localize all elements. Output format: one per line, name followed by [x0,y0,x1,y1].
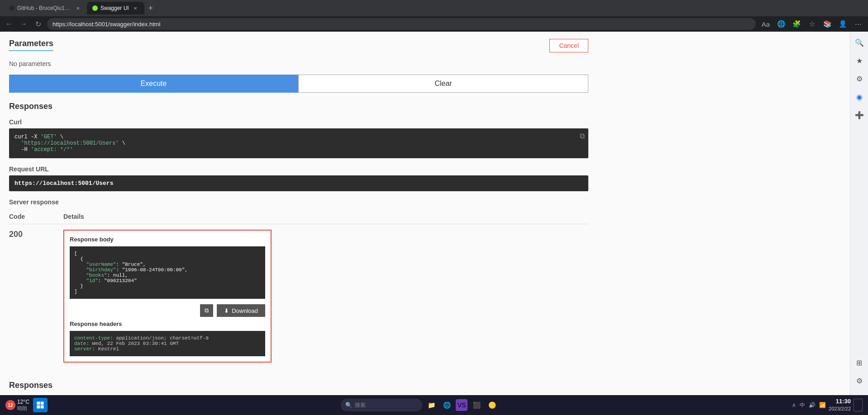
curl-label: Curl [9,118,588,126]
request-url-value: https://localhost:5001/Users [9,175,588,191]
curl-code-block: curl -X 'GET' \ 'https://localhost:5001/… [9,128,588,158]
responses-section-header: Responses [9,102,588,111]
browser-chrome: GitHub - BruceQiu1996/EFCore... ✕ Swagge… [0,0,868,32]
clock-time: 11:30 [829,398,851,406]
taskbar-files[interactable]: 📁 [425,399,438,411]
main-layout: Parameters Cancel No parameters Execute … [0,32,868,395]
execute-clear-row: Execute Clear [9,75,588,93]
sidebar-add-btn[interactable]: ➕ [852,108,867,122]
response-code-200: 200 [9,230,63,239]
system-tray: ∧ 中 🔊 📶 [792,401,826,409]
clock-date: 2023/2/22 [829,406,851,412]
taskbar-right: ∧ 中 🔊 📶 11:30 2023/2/22 [792,398,863,412]
clear-button[interactable]: Clear [298,75,588,93]
server-response-label: Server response [9,198,588,206]
taskbar-search[interactable]: 🔍 搜索 [341,399,422,411]
temp-value: 12°C [17,399,29,405]
address-input[interactable] [47,18,756,30]
execute-button[interactable]: Execute [9,75,298,93]
svg-rect-0 [37,402,40,405]
request-url-label: Request URL [9,165,588,173]
tab-github-label: GitHub - BruceQiu1996/EFCore... [17,5,72,11]
tab-swagger-label: Swagger UI [100,5,129,11]
address-bar-row: ← → ↻ Aa 🌐 🧩 ☆ 📚 👤 ⋯ [0,16,868,32]
bottom-responses-header: Responses [9,381,588,390]
tray-icon-2: 中 [800,401,805,409]
details-column-header: Details [63,213,588,220]
curl-copy-icon[interactable]: ⧉ [580,132,585,141]
reload-button[interactable]: ↻ [33,19,43,29]
tab-github-close[interactable]: ✕ [74,5,81,12]
system-clock[interactable]: 11:30 2023/2/22 [829,398,851,412]
response-copy-button[interactable]: ⧉ [200,304,213,317]
tab-swagger-close[interactable]: ✕ [132,5,139,12]
temp-label: 晴朗 [17,405,29,412]
tray-icon-3: 🔊 [809,402,816,408]
tab-github[interactable]: GitHub - BruceQiu1996/EFCore... ✕ [4,2,87,14]
sidebar-grid-btn[interactable]: ⊞ [852,355,867,370]
sidebar-settings-btn[interactable]: ⚙ [852,71,867,86]
response-body-code: [ { "userName": "Bruce", "birthday": "19… [70,246,265,299]
taskbar-vscode[interactable]: VS [456,399,467,411]
translate-btn[interactable]: 🌐 [775,18,787,30]
download-button[interactable]: ⬇ Download [217,304,265,317]
taskbar-browser[interactable]: 🌐 [440,399,453,411]
no-parameters-text: No parameters [9,60,588,67]
download-icon: ⬇ [224,307,229,314]
sidebar-extension-btn[interactable]: ◉ [852,90,867,104]
extensions-btn[interactable]: 🧩 [790,18,803,30]
taskbar-terminal[interactable]: ⬛ [470,399,483,411]
browser-tabs: GitHub - BruceQiu1996/EFCore... ✕ Swagge… [0,0,868,16]
response-row-200: 200 Response body [ { "userName": "Bruce… [9,226,588,366]
sidebar-gear-btn[interactable]: ⚙ [852,373,867,388]
temp-text: 12°C 晴朗 [17,399,29,412]
response-details: Response body [ { "userName": "Bruce", "… [63,230,588,363]
taskbar: 12 12°C 晴朗 🔍 搜索 📁 🌐 VS ⬛ 🟡 ∧ 中 🔊 [0,395,868,415]
favorites-btn[interactable]: ☆ [806,18,818,30]
temp-circle: 12 [5,400,15,410]
tray-icon-4: 📶 [819,402,826,408]
parameters-header: Parameters [9,39,53,57]
taskbar-center: 🔍 搜索 📁 🌐 VS ⬛ 🟡 [341,399,498,411]
download-row: ⧉ ⬇ Download [70,304,265,317]
curl-text: curl -X 'GET' \ 'https://localhost:5001/… [14,134,125,153]
download-label: Download [232,307,258,314]
sidebar-search-btn[interactable]: 🔍 [852,35,867,50]
response-popup: Response body [ { "userName": "Bruce", "… [63,230,272,363]
start-button[interactable] [33,398,48,412]
back-button[interactable]: ← [4,19,14,29]
parameters-header-row: Parameters Cancel [9,39,588,57]
svg-rect-2 [37,406,40,409]
main-content: Parameters Cancel No parameters Execute … [0,32,850,395]
response-table-header: Code Details [9,209,588,224]
profile-btn[interactable]: 👤 [836,18,849,30]
response-headers-code: content-type: application/json; charset=… [70,331,265,356]
taskbar-left: 12 12°C 晴朗 [5,398,48,412]
taskbar-search-placeholder: 搜索 [355,401,366,409]
reader-mode-btn[interactable]: Aa [759,18,772,30]
tab-swagger[interactable]: Swagger UI ✕ [87,2,144,14]
right-sidebar: 🔍 ★ ⚙ ◉ ➕ ⊞ ⚙ [850,32,868,395]
forward-button[interactable]: → [18,19,29,29]
response-body-label: Response body [70,236,265,243]
sidebar-star-btn[interactable]: ★ [852,53,867,68]
weather-indicator[interactable]: 12 12°C 晴朗 [5,399,29,412]
new-tab-button[interactable]: + [144,2,157,14]
taskbar-app5[interactable]: 🟡 [486,399,498,411]
more-btn[interactable]: ⋯ [852,18,864,30]
browser-action-buttons: Aa 🌐 🧩 ☆ 📚 👤 ⋯ [759,18,864,30]
tray-icon-1: ∧ [792,402,796,408]
collections-btn[interactable]: 📚 [821,18,834,30]
temp-number: 12 [8,403,13,408]
svg-rect-1 [41,402,44,405]
show-desktop-btn[interactable] [854,399,863,411]
code-column-header: Code [9,213,63,220]
response-headers-label: Response headers [70,321,265,327]
bottom-responses-section: Responses Code Description Links [9,381,588,395]
cancel-button[interactable]: Cancel [549,39,588,52]
swagger-content: Parameters Cancel No parameters Execute … [0,32,597,395]
search-icon: 🔍 [345,402,352,408]
svg-rect-3 [41,406,44,409]
